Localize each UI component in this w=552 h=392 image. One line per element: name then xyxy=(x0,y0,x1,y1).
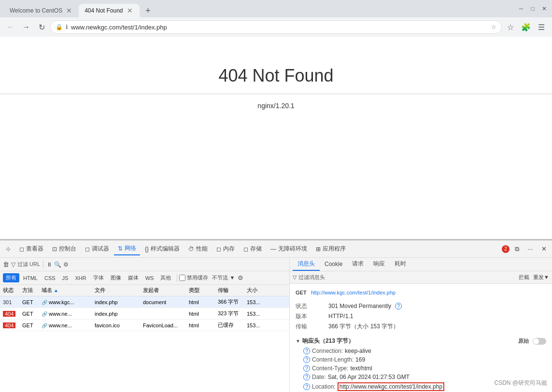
sort-indicator: ▲ xyxy=(54,288,58,293)
disable-cache-checkbox[interactable] xyxy=(179,275,185,281)
devtools-tab-inspector[interactable]: ◻ 查看器 xyxy=(15,243,47,255)
forward-button[interactable]: → xyxy=(19,20,33,34)
filter-separator xyxy=(43,261,43,268)
resend-button[interactable]: 重发▼ xyxy=(533,274,549,281)
console-label: 控制台 xyxy=(59,245,76,253)
type-filter-all[interactable]: 所有 xyxy=(3,273,19,282)
header-content-type: ? Content-Type: text/html xyxy=(296,364,546,373)
clear-icon[interactable]: 🗑 xyxy=(3,261,9,268)
tab-404[interactable]: 404 Not Found ✕ xyxy=(79,4,139,17)
intercept-button[interactable]: 拦截 xyxy=(519,274,529,281)
devtools-tab-memory[interactable]: ◻ 内存 xyxy=(212,243,239,255)
right-tabs: 消息头 Cookie 请求 响应 耗时 xyxy=(290,258,552,271)
right-actions: 拦截 重发▼ xyxy=(519,274,549,281)
type-filter-ws[interactable]: WS xyxy=(142,274,157,282)
network-row-3[interactable]: 404 GET 🔗 www.ne... favicon.ico FaviconL… xyxy=(0,320,289,331)
address-bar[interactable]: 🔒 ℹ ☆ xyxy=(50,20,502,34)
throttle-select[interactable]: 不节流 ▼ xyxy=(212,274,235,281)
header-connection: ? Connection: keep-alive xyxy=(296,347,546,355)
devtools-tab-network[interactable]: ⇅ 网络 xyxy=(114,242,140,255)
menu-button[interactable]: ☰ xyxy=(535,20,548,34)
type-filter-media[interactable]: 媒体 xyxy=(125,273,142,282)
devtools-tab-console[interactable]: ⊡ 控制台 xyxy=(48,243,80,255)
address-input[interactable] xyxy=(71,24,488,31)
devtools-tab-app[interactable]: ⊞ 应用程序 xyxy=(312,243,350,255)
copy-button[interactable]: ⧉ xyxy=(510,243,523,255)
inspector-label: 查看器 xyxy=(26,245,43,253)
right-tab-response[interactable]: 响应 xyxy=(368,258,390,271)
right-tab-request[interactable]: 请求 xyxy=(347,258,368,271)
pause-icon[interactable]: ⏸ xyxy=(46,261,52,268)
memory-label: 内存 xyxy=(223,245,235,253)
network-table: 301 GET 🔗 www.kgc... index.php document … xyxy=(0,296,289,392)
type-filter-image[interactable]: 图像 xyxy=(108,273,124,282)
row2-domain: 🔗 www.ne... xyxy=(39,311,92,317)
accessibility-label: 无障碍环境 xyxy=(278,245,307,253)
type-filter-xhr[interactable]: XHR xyxy=(72,274,89,282)
page-server: nginx/1.20.1 xyxy=(257,102,294,110)
network-label: 网络 xyxy=(125,244,136,252)
storage-icon: ◻ xyxy=(243,246,248,252)
settings-network-icon[interactable]: ⚙ xyxy=(238,274,243,281)
right-tab-headers[interactable]: 消息头 xyxy=(293,258,320,271)
version-row: 版本 HTTP/1.1 xyxy=(296,311,546,322)
tab-welcome[interactable]: Welcome to CentOS ✕ xyxy=(4,4,79,17)
domain-icon-3: 🔗 xyxy=(42,323,47,328)
header-content-length: ? Content-Length: 169 xyxy=(296,355,546,364)
row1-initiator: document xyxy=(140,299,186,305)
header-method: 方法 xyxy=(19,287,39,294)
status-help-icon[interactable]: ? xyxy=(395,303,402,309)
row1-status: 301 xyxy=(0,299,19,305)
type-filter-html[interactable]: HTML xyxy=(20,274,41,282)
header-domain: 域名 ▲ xyxy=(39,287,92,294)
network-row-2[interactable]: 404 GET 🔗 www.ne... index.php html 323 字… xyxy=(0,308,289,320)
refresh-button[interactable]: ↻ xyxy=(35,20,48,34)
storage-label: 存储 xyxy=(250,245,262,253)
devtools-tab-style-editor[interactable]: {} 样式编辑器 xyxy=(141,243,184,255)
status-value: 301 Moved Permanently xyxy=(328,303,391,309)
extensions-button[interactable]: 🧩 xyxy=(519,20,533,34)
network-filter-bar: 🗑 ▽ 过滤 URL ⏸ 🔍 ⚙ xyxy=(0,258,289,271)
maximize-button[interactable]: □ xyxy=(529,5,537,13)
devtools-close-button[interactable]: ✕ xyxy=(538,243,550,255)
settings-icon[interactable]: ⚙ xyxy=(63,261,69,268)
content-type-help-icon[interactable]: ? xyxy=(303,365,310,372)
memory-icon: ◻ xyxy=(216,246,221,252)
raw-toggle[interactable] xyxy=(533,338,546,345)
devtools-tab-debugger[interactable]: ◻ 调试器 xyxy=(81,243,113,255)
devtools-tab-storage[interactable]: ◻ 存储 xyxy=(240,243,266,255)
network-table-header: 状态 方法 域名 ▲ 文件 发起者 类型 传输 大小 xyxy=(0,285,289,296)
devtools-tab-performance[interactable]: ⏱ 性能 xyxy=(184,243,212,255)
search-icon[interactable]: 🔍 xyxy=(54,261,61,268)
date-help-icon[interactable]: ? xyxy=(303,374,310,380)
devtools-tab-pointer[interactable]: ⊹ xyxy=(2,244,14,254)
type-filter-css[interactable]: CSS xyxy=(42,274,58,282)
type-filter-js[interactable]: JS xyxy=(59,274,71,282)
connection-help-icon[interactable]: ? xyxy=(303,348,310,354)
close-button[interactable]: ✕ xyxy=(540,5,548,13)
more-button[interactable]: ··· xyxy=(524,243,537,255)
page-content: 404 Not Found nginx/1.20.1 xyxy=(0,37,552,239)
performance-label: 性能 xyxy=(196,245,208,253)
type-filter-other[interactable]: 其他 xyxy=(157,273,174,282)
header-file: 文件 xyxy=(92,287,140,294)
back-button[interactable]: ← xyxy=(4,20,17,34)
bookmark-button[interactable]: ☆ xyxy=(504,20,517,34)
row1-domain: 🔗 www.kgc... xyxy=(39,299,92,305)
tab-welcome-close[interactable]: ✕ xyxy=(65,7,73,14)
row3-method: GET xyxy=(19,322,39,328)
right-tab-timing[interactable]: 耗时 xyxy=(390,258,411,271)
response-headers-title[interactable]: ▼ 响应头（213 字节） 原始 xyxy=(296,336,546,347)
devtools-tab-accessibility[interactable]: — 无障碍环境 xyxy=(267,243,311,255)
devtools-toolbar: ⊹ ◻ 查看器 ⊡ 控制台 ◻ 调试器 ⇅ 网络 {} 样式编辑器 ⏱ 性能 ◻… xyxy=(0,240,552,258)
network-row-1[interactable]: 301 GET 🔗 www.kgc... index.php document … xyxy=(0,296,289,308)
row3-size: 153... xyxy=(244,322,270,328)
tab-404-close[interactable]: ✕ xyxy=(126,7,134,14)
location-help-icon[interactable]: ? xyxy=(303,383,310,390)
content-length-help-icon[interactable]: ? xyxy=(303,356,310,363)
star-icon[interactable]: ☆ xyxy=(491,24,496,30)
minimize-button[interactable]: ─ xyxy=(517,5,525,13)
new-tab-button[interactable]: + xyxy=(142,4,155,17)
right-tab-cookies[interactable]: Cookie xyxy=(320,259,347,270)
type-filter-font[interactable]: 字体 xyxy=(90,273,107,282)
